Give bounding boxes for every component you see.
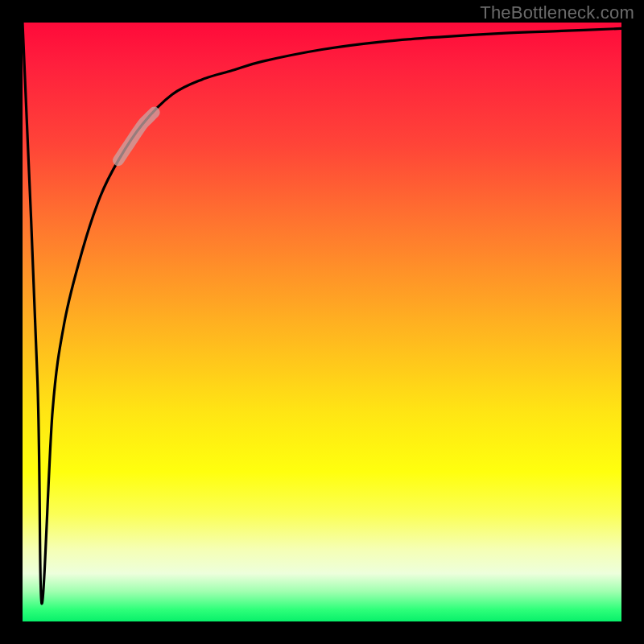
plot-area (23, 23, 621, 621)
attribution-label: TheBottleneck.com (480, 2, 634, 23)
chart-stage: TheBottleneck.com (0, 0, 644, 644)
gradient-background (23, 23, 621, 621)
